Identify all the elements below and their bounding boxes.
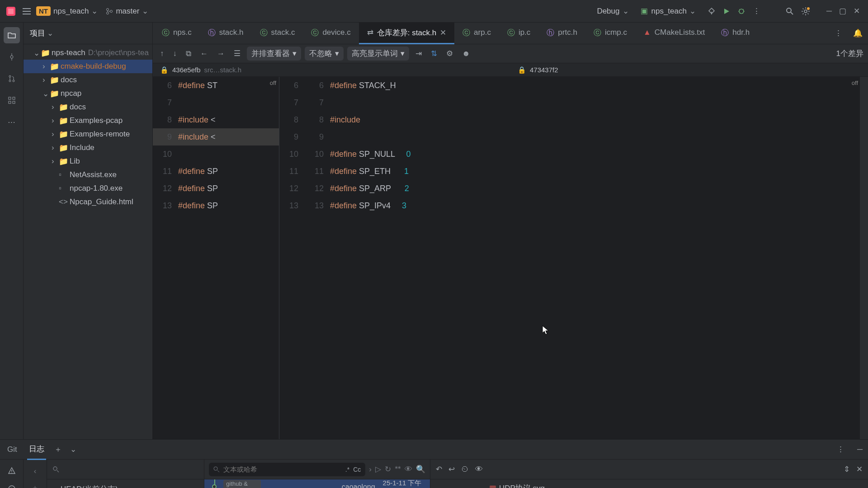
next-diff-icon[interactable]: ↓ [170,47,180,60]
more-icon[interactable]: ⋮ [837,445,844,454]
editor-tab[interactable]: ⓗprtc.h [538,23,585,44]
notifications-icon[interactable]: 🔔 [848,28,868,38]
editor-tab[interactable]: ⓒnps.c [154,23,200,44]
commits-list[interactable]: github & mastcaoaolong25-1-11 下午1:27搭建协议… [204,479,430,488]
tree-row[interactable]: ⌄📁npcap [24,87,152,100]
list-icon[interactable]: ☰ [231,47,243,60]
tree-row[interactable]: ›📁Include [24,141,152,155]
tree-row[interactable]: ›📁Examples-remote [24,127,152,141]
debug-icon[interactable] [737,7,745,15]
commit-search-box[interactable]: .* Cc [209,463,365,476]
project-badge: NT [36,6,51,16]
settings-small-icon[interactable]: ⚙ [443,47,456,60]
changed-file-row[interactable]: ▦UDP协议.svg [430,481,868,488]
project-tree[interactable]: ⌄📁nps-teachD:\project\nps-tea›📁cmake-bui… [24,44,152,439]
tree-row[interactable]: ▫npcap-1.80.exe [24,182,152,195]
highlight-select[interactable]: 高亮显示单词▾ [347,47,409,61]
log-tab[interactable]: 日志 [27,439,46,460]
detail-toolbar: ↶ ↩ ⏲ 👁 ⇕ ✕ [430,460,868,479]
hide-panel-icon[interactable]: ─ [857,445,863,454]
branch-name[interactable]: master [116,7,139,16]
editor-tab[interactable]: ⓒip.c [499,23,538,44]
svg-point-10 [9,75,11,77]
branches-search[interactable] [47,460,204,479]
sync-scroll-icon[interactable]: ⇅ [428,47,440,60]
revert-icon[interactable]: ↶ [436,465,442,474]
warnings-icon[interactable] [4,463,20,479]
preview-icon[interactable]: 👁 [475,465,483,474]
run-target[interactable]: nps_teach [651,7,687,16]
run-config[interactable]: Debug [597,7,619,16]
project-tool-icon[interactable] [4,27,20,43]
back-icon[interactable]: ← [198,47,211,60]
diff-code-view[interactable]: off6#define ST78#include <9#include <101… [153,77,868,439]
case-toggle[interactable]: Cc [353,466,361,473]
editor-tab[interactable]: ⓒarp.c [454,23,499,44]
more-tools-icon[interactable]: ⋯ [4,114,20,130]
commit-tool-icon[interactable] [4,49,20,65]
ignore-select[interactable]: 不忽略▾ [305,47,344,61]
forward-icon[interactable]: → [214,47,227,60]
tabs-more-icon[interactable]: ⋮ [829,28,848,38]
git-tab[interactable]: Git [5,441,19,459]
add-tab-icon[interactable]: ＋ [54,444,62,455]
help-icon[interactable]: ☻ [459,47,473,60]
minimize-icon[interactable]: ─ [826,7,832,16]
head-label[interactable]: HEAD(当前分支) [61,484,118,488]
tree-row[interactable]: ›📁Lib [24,155,152,168]
expand-icon[interactable]: › [369,465,372,474]
chevron-down-icon[interactable]: ⌄ [70,445,76,454]
undo-icon[interactable]: ↩ [448,465,455,474]
link-icon[interactable]: ⧉ [183,47,194,60]
add-icon[interactable]: ＋ [27,479,43,488]
structure-tool-icon[interactable] [4,92,20,108]
editor-tab[interactable]: ⇄仓库差异: stack.h✕ [359,23,454,44]
refresh-icon[interactable]: ↻ [385,465,391,474]
svg-rect-15 [9,101,11,103]
collapse-left-icon[interactable]: ‹ [27,463,43,479]
chevron-down-icon[interactable]: ⌄ [47,28,53,38]
settings-icon[interactable] [801,7,810,16]
run-icon[interactable] [723,8,730,15]
maximize-icon[interactable]: ▢ [839,6,846,16]
tree-row[interactable]: ›📁cmake-build-debug [24,60,152,73]
editor-tab[interactable]: ⓒdevice.c [303,23,359,44]
collapse-icon[interactable]: ⇥ [413,47,425,60]
pull-request-icon[interactable] [4,70,20,87]
prev-diff-icon[interactable]: ↑ [157,47,167,60]
cherry-pick-icon[interactable]: ᕯ [395,465,401,474]
svg-rect-14 [13,97,15,99]
minimap-rail[interactable] [860,77,868,439]
history-icon[interactable]: ⏲ [461,465,469,474]
changed-files-tree[interactable]: ▦UDP协议.svg⌄📁src8 个文件⌄📁inc3 个文件ⓗhdr.hⓗprt… [430,479,868,488]
editor-tab[interactable]: ⓒicmp.c [585,23,635,44]
close-tab-icon[interactable]: ✕ [440,28,446,38]
editor-tab[interactable]: ⓗhdr.h [713,23,758,44]
close-detail-icon[interactable]: ✕ [856,465,863,474]
more-icon[interactable]: ⋮ [753,6,760,16]
services-icon[interactable] [4,481,20,488]
build-icon[interactable] [708,7,716,15]
commit-row[interactable]: github & mastcaoaolong25-1-11 下午1:27 [204,479,430,488]
close-icon[interactable]: ✕ [854,6,860,16]
branches-tree[interactable]: HEAD(当前分支) ⌄本地 🔖master ⌄远程 ⌄📁github ⎇mas… [47,479,204,488]
editor-tab[interactable]: ⓗstack.h [200,23,252,44]
run-icon[interactable]: ▷ [375,465,381,474]
expand-detail-icon[interactable]: ⇕ [844,465,850,474]
tree-row[interactable]: ›📁Examples-pcap [24,114,152,127]
tree-row[interactable]: ⌄📁nps-teachD:\project\nps-tea [24,46,152,60]
regex-toggle[interactable]: .* [345,466,349,473]
project-name[interactable]: nps_teach [53,7,89,16]
search-icon[interactable] [786,7,794,15]
editor-tab[interactable]: ⓒstack.c [252,23,303,44]
find-icon[interactable]: 🔍 [416,465,425,474]
main-menu-icon[interactable] [23,8,31,14]
commit-search-input[interactable] [223,465,342,473]
viewer-mode-select[interactable]: 并排查看器▾ [247,47,301,61]
tree-row[interactable]: ›📁docs [24,100,152,114]
view-icon[interactable]: 👁 [405,465,412,474]
tree-row[interactable]: ▫NetAssist.exe [24,168,152,182]
tree-row[interactable]: ›📁docs [24,73,152,87]
tree-row[interactable]: <>Npcap_Guide.html [24,195,152,209]
editor-tab[interactable]: ▲CMakeLists.txt [635,23,713,44]
